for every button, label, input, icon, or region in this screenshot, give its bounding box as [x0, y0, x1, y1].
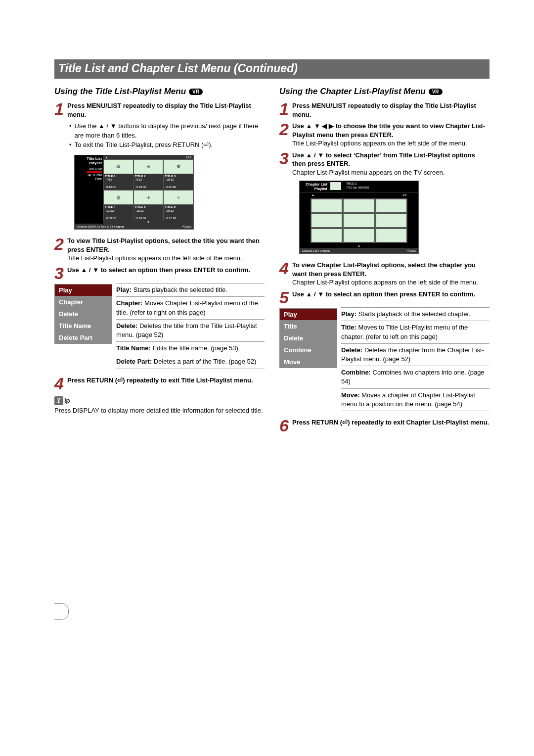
menu-item-delete: Delete	[280, 332, 337, 344]
osd-tname: TITLE 2	[135, 175, 146, 178]
bullet-exit: To exit the Title List-Playlist, press R…	[75, 141, 213, 150]
desc-chapter-b: Chapter:	[116, 299, 142, 307]
step-number-3: 3	[279, 152, 290, 165]
osd-side-title: Title List Playlist	[76, 156, 102, 165]
osd-chap-thumb	[344, 229, 374, 242]
bullet-prevnext: Use the ▲ / ▼ buttons to display the pre…	[75, 122, 265, 141]
step-number-5: 5	[279, 291, 290, 304]
desc-move-b: Move:	[341, 391, 360, 399]
osd-chap-thumb	[312, 229, 342, 242]
osd-thumbnail: ✈	[134, 190, 163, 204]
osd-title-list: Title List Playlist DVD-RW 📼 1H 5M Free …	[74, 155, 265, 230]
desc-title-t: Moves to Title List-Playlist menu of the…	[341, 324, 468, 340]
osd-chap-title-name: TITLE 1	[346, 182, 357, 185]
desc-combine-b: Combine:	[341, 369, 371, 376]
step-r6-bold: Press RETURN (⏎) repeatedly to exit Chap…	[292, 419, 489, 426]
step-r1-bold: Press MENU/LIST repeatedly to display th…	[292, 102, 476, 118]
osd-chap-footer-left: ⊙Select LIST Original	[302, 249, 330, 252]
step-1-bullets: Use the ▲ / ▼ buttons to display the pre…	[69, 122, 265, 150]
step-r6: 6 Press RETURN (⏎) repeatedly to exit Ch…	[279, 418, 490, 432]
manual-page: Title List and Chapter List Menu (Contin…	[0, 0, 534, 650]
osd-time: 0:10:00	[135, 216, 163, 221]
osd-free-label: Free	[76, 177, 102, 181]
column-right: Using the Chapter List-Playlist Menu VR …	[279, 87, 490, 620]
osd-time: 0:25:00	[135, 185, 163, 189]
up-arrow-icon: ▲	[312, 193, 314, 196]
osd-footer-right: ⏎Close	[181, 225, 191, 228]
osd-disc-type: DVD-RW	[76, 167, 102, 171]
osd-chap-thumb	[344, 214, 374, 227]
desc-delete-t: Deletes the title from the Title List-Pl…	[116, 322, 257, 338]
osd-date: 19/12	[165, 209, 192, 213]
osd-date: 7/12	[105, 178, 133, 182]
step-r3-text: Chapter List-Playlist menu appears on th…	[292, 169, 445, 176]
desc-dpart-t: Deletes a part of the Title. (page 52)	[152, 358, 256, 365]
desc-tname-t: Edits the title name. (page 53)	[151, 344, 238, 352]
tip-icon: T	[54, 396, 63, 405]
step-r4: 4 To view Chapter List-Playlist options,…	[279, 261, 490, 287]
section-title-text: Using the Title List-Playlist Menu	[54, 87, 186, 96]
tip-text: Press DISPLAY to display more detailed t…	[54, 406, 265, 415]
step-r3: 3 Use ▲ / ▼ to select ‘Chapter’ from Tit…	[279, 151, 490, 177]
osd-chap-head-thumb	[330, 182, 341, 190]
osd-tname: TITLE 1	[105, 175, 116, 178]
desc-move-t: Moves a chapter of Chapter List-Playlist…	[341, 391, 475, 408]
desc-play-t: Starts playback of the selected chapter.	[356, 310, 471, 318]
desc-tname-b: Title Name:	[116, 344, 151, 352]
osd-thumbnail: ⚙	[104, 190, 133, 204]
menu-item-play: Play	[55, 284, 112, 296]
osd-tname: TITLE 3	[165, 175, 176, 178]
menu-item-play: Play	[280, 309, 337, 321]
osd-chap-footer-right: ⏎Close	[406, 249, 416, 252]
step-r5: 5 Use ▲ / ▼ to select an option then pre…	[279, 290, 490, 304]
vr-badge: VR	[189, 89, 203, 95]
option-menu-chapter: Play Title Delete Combine Move	[279, 308, 337, 368]
step-r5-bold: Use ▲ / ▼ to select an option then press…	[292, 290, 475, 298]
option-descriptions-chapter: Play: Starts playback of the selected ch…	[341, 307, 490, 413]
osd-time: 0:15:00	[165, 216, 192, 221]
step-3: 3 Use ▲ / ▼ to select an option then pre…	[54, 266, 265, 280]
step-number-2: 2	[54, 237, 65, 251]
osd-date: 13/12	[105, 209, 133, 213]
osd-chap-thumb	[312, 214, 342, 227]
osd-date: 16/12	[135, 209, 163, 213]
osd-time: 0:30:00	[165, 185, 192, 189]
menu-item-delete-part: Delete Part	[55, 332, 112, 343]
osd-tname: TITLE 5	[135, 205, 146, 208]
page-header-bar: Title List and Chapter List Menu (Contin…	[54, 59, 490, 79]
up-arrow-icon: ▲	[105, 156, 108, 159]
menu-item-delete: Delete	[55, 308, 112, 320]
menu-item-title-name: Title Name	[55, 320, 112, 332]
step-number-2: 2	[279, 123, 290, 136]
step-3-bold: Use ▲ / ▼ to select an option then press…	[67, 266, 250, 274]
tip-label: ip	[64, 397, 70, 404]
osd-time: 0:08:00	[105, 216, 133, 221]
desc-play-t: Starts playback the selected title.	[132, 286, 227, 293]
option-menu-title: Play Chapter Delete Title Name Delete Pa…	[54, 284, 112, 344]
desc-dpart-b: Delete Part:	[116, 358, 152, 365]
osd-date: 9/12	[135, 178, 163, 182]
step-number-1: 1	[54, 102, 65, 116]
tip-heading: Tip	[54, 396, 265, 405]
page-number-frame	[54, 603, 265, 620]
osd-thumbnail: ✾	[164, 160, 193, 174]
desc-play-b: Play:	[116, 286, 132, 293]
desc-play-b: Play:	[341, 310, 356, 318]
step-2: 2 To view Title List-Playlist options, s…	[54, 236, 265, 263]
osd-chap-thumb	[376, 229, 406, 242]
menu-item-move: Move	[280, 356, 337, 368]
osd-free-time: 1H 5M	[92, 173, 102, 177]
menu-item-title: Title	[280, 321, 337, 332]
osd-chap-thumb	[376, 214, 406, 227]
step-number-3: 3	[54, 267, 65, 280]
down-arrow-icon: ▼	[103, 221, 193, 224]
osd-time: 0:10:00	[105, 185, 133, 189]
osd-chapter-list: Chapter List Playlist TITLE 1 7/12 Sat 2…	[299, 181, 419, 254]
step-number-4: 4	[54, 377, 65, 390]
option-descriptions: Play: Starts playback the selected title…	[116, 283, 265, 371]
osd-tname: TITLE 6	[165, 205, 176, 208]
step-r2-bold: Use ▲ ▼ ◀ ▶ to choose the title you want…	[292, 122, 485, 139]
step-number-1: 1	[279, 102, 290, 116]
step-r1: 1 Press MENU/LIST repeatedly to display …	[279, 101, 490, 119]
step-2-bold: To view Title List-Playlist options, sel…	[67, 237, 260, 253]
